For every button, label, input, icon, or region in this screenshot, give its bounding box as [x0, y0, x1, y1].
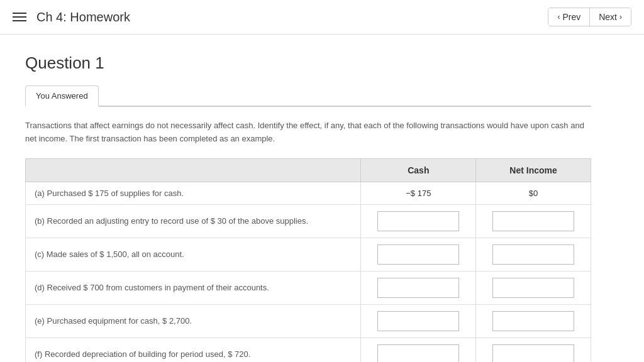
table-row: (e) Purchased equipment for cash, $ 2,70…	[26, 304, 591, 337]
row-cash-5[interactable]	[361, 337, 476, 362]
cash-input-4[interactable]	[377, 311, 459, 331]
next-label: Next	[599, 12, 617, 22]
homework-table: Cash Net Income (a) Purchased $ 175 of s…	[25, 158, 591, 362]
header: Ch 4: Homework ‹ Prev Next ›	[0, 0, 644, 35]
row-cash-2[interactable]	[361, 238, 476, 271]
table-header-row: Cash Net Income	[26, 158, 591, 182]
table-row: (f) Recorded depreciation of building fo…	[26, 337, 591, 362]
row-label-2: (c) Made sales of $ 1,500, all on accoun…	[26, 238, 361, 271]
row-net-income-4[interactable]	[476, 304, 591, 337]
net-income-input-2[interactable]	[492, 244, 574, 265]
prev-label: Prev	[562, 12, 580, 22]
table-row: (c) Made sales of $ 1,500, all on accoun…	[26, 238, 591, 271]
next-button[interactable]: Next ›	[590, 8, 631, 26]
row-net-income-0: $0	[476, 182, 591, 204]
row-net-income-5[interactable]	[476, 337, 591, 362]
tab-you-answered[interactable]: You Answered	[25, 85, 99, 107]
row-cash-3[interactable]	[361, 271, 476, 304]
header-left: Ch 4: Homework	[13, 10, 130, 25]
hamburger-menu[interactable]	[13, 13, 26, 21]
cash-input-1[interactable]	[377, 211, 459, 231]
table-row: (a) Purchased $ 175 of supplies for cash…	[26, 182, 591, 204]
table-row: (d) Received $ 700 from customers in pay…	[26, 271, 591, 304]
main-content: Question 1 You Answered Transactions tha…	[0, 35, 616, 362]
row-label-1: (b) Recorded an adjusting entry to recor…	[26, 204, 361, 238]
cash-input-5[interactable]	[377, 344, 459, 362]
net-income-input-5[interactable]	[492, 344, 574, 362]
row-cash-4[interactable]	[361, 304, 476, 337]
tabs: You Answered	[25, 85, 591, 107]
net-income-input-1[interactable]	[492, 211, 574, 231]
row-label-5: (f) Recorded depreciation of building fo…	[26, 337, 361, 362]
row-cash-0: −$ 175	[361, 182, 476, 204]
question-title: Question 1	[25, 53, 591, 73]
cash-input-3[interactable]	[377, 278, 459, 298]
row-label-3: (d) Received $ 700 from customers in pay…	[26, 271, 361, 304]
col-header-cash: Cash	[361, 158, 476, 182]
row-label-4: (e) Purchased equipment for cash, $ 2,70…	[26, 304, 361, 337]
nav-buttons: ‹ Prev Next ›	[548, 8, 631, 26]
row-net-income-3[interactable]	[476, 271, 591, 304]
chevron-right-icon: ›	[619, 13, 622, 21]
chevron-left-icon: ‹	[557, 13, 560, 21]
net-income-input-4[interactable]	[492, 311, 574, 331]
col-header-description	[26, 158, 361, 182]
prev-button[interactable]: ‹ Prev	[548, 8, 590, 26]
table-row: (b) Recorded an adjusting entry to recor…	[26, 204, 591, 238]
row-net-income-1[interactable]	[476, 204, 591, 238]
col-header-net-income: Net Income	[476, 158, 591, 182]
row-net-income-2[interactable]	[476, 238, 591, 271]
row-label-0: (a) Purchased $ 175 of supplies for cash…	[26, 182, 361, 204]
net-income-input-3[interactable]	[492, 278, 574, 298]
question-description: Transactions that affect earnings do not…	[25, 119, 591, 146]
row-cash-1[interactable]	[361, 204, 476, 238]
page-title: Ch 4: Homework	[36, 10, 130, 25]
cash-input-2[interactable]	[377, 244, 459, 265]
